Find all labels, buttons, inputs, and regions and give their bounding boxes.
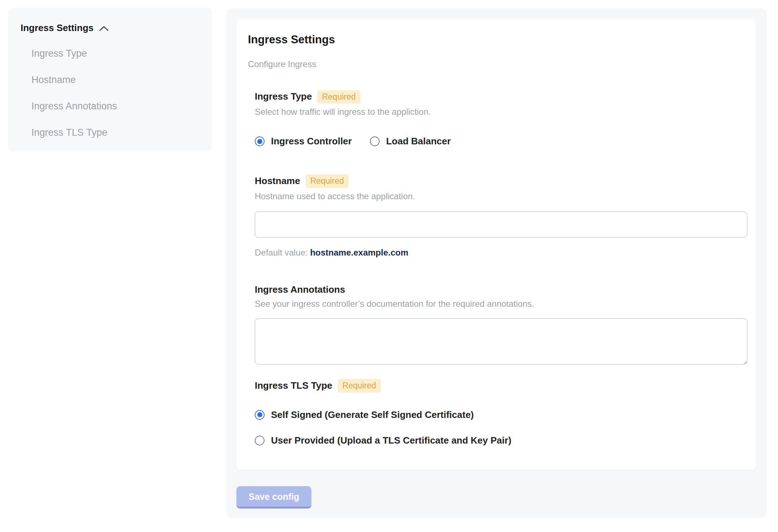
section-hostname: Hostname Required Hostname used to acces… bbox=[255, 174, 742, 257]
ingress-type-heading: Ingress Type bbox=[255, 91, 312, 103]
page-subtitle: Configure Ingress bbox=[248, 59, 742, 69]
radio-label: Load Balancer bbox=[386, 136, 451, 147]
hostname-default-line: Default value: hostname.example.com bbox=[255, 248, 742, 258]
annotations-helper: See your ingress controller’s documentat… bbox=[255, 299, 742, 309]
radio-user-provided[interactable]: User Provided (Upload a TLS Certificate … bbox=[255, 435, 742, 446]
required-badge: Required bbox=[317, 90, 360, 104]
radio-load-balancer[interactable]: Load Balancer bbox=[370, 136, 451, 147]
sidebar-item-list: Ingress Type Hostname Ingress Annotation… bbox=[21, 48, 200, 138]
save-row: Save config bbox=[236, 486, 756, 509]
required-badge: Required bbox=[338, 379, 381, 392]
annotations-heading: Ingress Annotations bbox=[255, 284, 345, 296]
radio-label: Self Signed (Generate Self Signed Certif… bbox=[271, 409, 474, 420]
ingress-settings-card: Ingress Settings Configure Ingress Ingre… bbox=[236, 19, 756, 470]
ingress-type-helper: Select how traffic will ingress to the a… bbox=[255, 107, 742, 117]
hostname-input[interactable] bbox=[255, 212, 747, 237]
sidebar-item-ingress-tls-type[interactable]: Ingress TLS Type bbox=[21, 127, 200, 138]
radio-label: Ingress Controller bbox=[271, 136, 352, 147]
sidebar-item-ingress-type[interactable]: Ingress Type bbox=[21, 48, 200, 59]
ingress-type-options: Ingress Controller Load Balancer bbox=[255, 136, 742, 147]
radio-label: User Provided (Upload a TLS Certificate … bbox=[271, 435, 511, 446]
default-value: hostname.example.com bbox=[310, 248, 408, 257]
radio-icon[interactable] bbox=[370, 136, 380, 146]
radio-icon[interactable] bbox=[255, 410, 265, 420]
radio-self-signed[interactable]: Self Signed (Generate Self Signed Certif… bbox=[255, 409, 742, 420]
radio-icon[interactable] bbox=[255, 436, 265, 445]
hostname-heading: Hostname bbox=[255, 175, 300, 187]
annotations-textarea[interactable] bbox=[255, 318, 747, 365]
hostname-helper: Hostname used to access the application. bbox=[255, 191, 742, 201]
settings-sidebar: Ingress Settings Ingress Type Hostname I… bbox=[8, 8, 212, 152]
sidebar-section-label: Ingress Settings bbox=[21, 22, 93, 34]
sidebar-item-ingress-annotations[interactable]: Ingress Annotations bbox=[21, 101, 200, 112]
radio-ingress-controller[interactable]: Ingress Controller bbox=[255, 136, 352, 147]
sidebar-section-ingress-settings[interactable]: Ingress Settings bbox=[21, 22, 200, 34]
ingress-settings-panel: Ingress Settings Configure Ingress Ingre… bbox=[226, 8, 767, 518]
radio-icon[interactable] bbox=[255, 136, 265, 146]
tls-type-heading: Ingress TLS Type bbox=[255, 380, 332, 392]
sidebar-item-hostname[interactable]: Hostname bbox=[21, 74, 200, 86]
section-ingress-tls-type: Ingress TLS Type Required Self Signed (G… bbox=[255, 379, 742, 446]
save-config-button[interactable]: Save config bbox=[236, 486, 311, 509]
page-title: Ingress Settings bbox=[248, 33, 742, 46]
section-ingress-annotations: Ingress Annotations See your ingress con… bbox=[255, 284, 742, 365]
required-badge: Required bbox=[306, 174, 349, 188]
section-ingress-type: Ingress Type Required Select how traffic… bbox=[255, 90, 742, 147]
chevron-up-icon[interactable] bbox=[99, 26, 109, 31]
tls-type-options: Self Signed (Generate Self Signed Certif… bbox=[255, 409, 742, 446]
default-value-label: Default value: bbox=[255, 248, 308, 257]
